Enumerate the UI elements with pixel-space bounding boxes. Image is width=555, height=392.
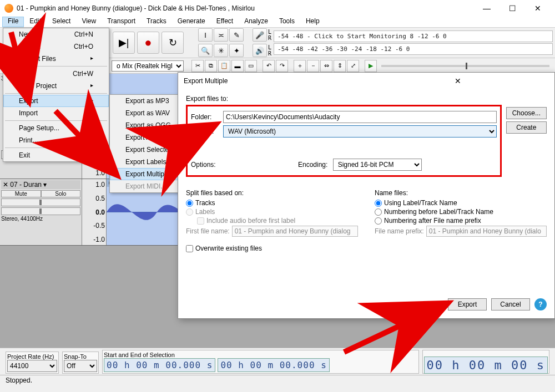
menu-file[interactable]: File [2,17,24,27]
checkbox-overwrite[interactable]: Overwrite existing files [186,245,547,252]
copy-icon[interactable]: ⧉ [205,60,217,72]
close-button[interactable]: ✕ [525,0,551,17]
snap-select[interactable]: Off [64,360,97,372]
submenu-export-mp3[interactable]: Export as MP3 [110,95,181,107]
mute-button[interactable]: Mute [1,190,41,197]
folder-label: Folder: [191,113,220,121]
menu-effect[interactable]: Effect [211,17,239,27]
selection-end[interactable]: 00 h 00 m 00.000 s [218,358,329,372]
selection-group: Start and End of Selection 00 h 00 m 00.… [102,350,419,374]
submenu-export-ogg[interactable]: Export as OGG [110,119,181,131]
project-rate-select[interactable]: 44100 [7,360,57,372]
track-vscale: 1.00.50.0-0.5-1.0 [82,179,107,245]
encoding-select[interactable]: Signed 16-bit PCM [333,159,422,171]
zoom-tool-icon[interactable]: 🔍 [198,44,213,57]
selection-start[interactable]: 00 h 00 m 00.000 s [104,358,215,372]
radio-numbering-after[interactable]: Numbering after File name prefix [375,217,547,225]
multitool-icon[interactable]: ✦ [229,44,244,57]
menu-select[interactable]: Select [47,17,76,27]
menuitem-import[interactable]: Import [3,107,109,119]
device-select[interactable]: o Mix (Realtek High De [112,60,184,72]
play-at-speed-icon[interactable]: ▶ [365,60,377,72]
fit-sel-icon[interactable]: ⇔ [320,60,332,72]
paste-icon[interactable]: 📋 [218,60,230,72]
pan-slider[interactable] [1,207,80,215]
redo-icon[interactable]: ↷ [276,60,288,72]
menu-analyze[interactable]: Analyze [239,17,274,27]
zoomin-icon[interactable]: ＋ [294,60,306,72]
dialog-title: Export Multiple [184,77,366,85]
first-filename-label: First file name: [186,227,230,235]
timeshift-tool-icon[interactable]: ✳ [214,44,228,57]
menuitem-print[interactable]: Print... [3,134,109,146]
menu-tracks[interactable]: Tracks [141,17,172,27]
cut-icon[interactable]: ✂ [191,60,204,72]
loop-button[interactable]: ↻ [162,32,184,54]
menuitem-new[interactable]: NewCtrl+N [3,28,109,40]
folder-input[interactable] [223,111,497,123]
format-label: Format: [191,128,220,135]
selection-tool-icon[interactable]: I [198,28,213,42]
menu-tools[interactable]: Tools [274,17,300,27]
radio-tracks[interactable]: Tracks [186,199,358,207]
trim-icon[interactable]: ▬ [231,60,244,72]
menuitem-recent[interactable]: Recent Files [3,53,109,65]
maximize-button[interactable]: ☐ [500,0,525,17]
options-label: Options: [191,161,220,169]
prefix-label: File name prefix: [375,227,424,235]
fit-proj-icon[interactable]: ⇕ [334,60,346,72]
minimize-button[interactable]: — [474,0,500,17]
file-menu-dropdown: NewCtrl+N Open...Ctrl+O Recent Files Clo… [3,28,109,162]
cancel-button[interactable]: Cancel [491,298,530,310]
menuitem-open[interactable]: Open...Ctrl+O [3,40,109,53]
menuitem-exit[interactable]: ExitCtrl+Q [3,149,109,161]
help-icon[interactable]: ? [534,298,547,310]
submenu-export-selected[interactable]: Export Selected A [110,144,181,156]
window-title: 01 - Pumpkin and Honey Bunny (dialogue) … [17,4,474,12]
submenu-export-midi: Export MIDI... [110,180,181,192]
dialog-titlebar[interactable]: Export Multiple ✕ [178,73,554,89]
speed-slider[interactable] [381,65,549,67]
submenu-export-multiple[interactable]: Export Multiple... [110,168,181,180]
menu-generate[interactable]: Generate [172,17,211,27]
export-button[interactable]: Export [448,298,487,310]
menuitem-page-setup[interactable]: Page Setup... [3,122,109,134]
export-files-to-label: Export files to: [186,95,547,103]
menu-help[interactable]: Help [300,17,325,27]
gain-slider[interactable] [1,198,80,206]
mic-icon[interactable]: 🎤 [253,28,267,42]
track-header[interactable]: ✕ 07 - Duran ▾ MuteSolo Stereo, 44100Hz [0,179,82,245]
silence-icon[interactable]: ▭ [245,60,257,72]
zoomout-icon[interactable]: － [307,60,319,72]
statusbar: Stopped. [0,375,555,387]
submenu-export-wav[interactable]: Export as WAV [110,107,181,119]
menuitem-save-project[interactable]: Save Project [3,80,109,92]
menu-transport[interactable]: Transport [102,17,141,27]
speaker-icon[interactable]: 🔊 [253,44,267,57]
playback-meter[interactable]: -54 -48 -42 -36 -30 -24 -18 -12 -6 0 [274,43,553,55]
radio-numbering-before[interactable]: Numbering before Label/Track Name [375,208,547,216]
menuitem-close[interactable]: CloseCtrl+W [3,68,109,80]
radio-using-label[interactable]: Using Label/Track Name [375,199,547,207]
audio-position[interactable]: 00 h 00 m 00 s [424,357,548,374]
menuitem-export[interactable]: Export [3,95,109,107]
dialog-close-icon[interactable]: ✕ [366,77,549,85]
menubar: File Edit Select View Transport Tracks G… [0,17,555,28]
submenu-export-audio[interactable]: Export Audio... [110,131,181,144]
zoom-toggle-icon[interactable]: ⤢ [347,60,359,72]
recording-meter[interactable]: -54 -48 - Click to Start Monitoring 8 -1… [274,30,553,42]
record-button[interactable]: ● [137,32,159,54]
menu-edit[interactable]: Edit [24,17,47,27]
solo-button[interactable]: Solo [41,190,81,197]
export-multiple-dialog: Export Multiple ✕ Export files to: Folde… [178,72,555,319]
format-select[interactable]: WAV (Microsoft) [223,125,497,138]
skip-end-button[interactable]: ▶| [113,32,135,54]
menu-view[interactable]: View [76,17,102,27]
undo-icon[interactable]: ↶ [263,60,275,72]
submenu-export-labels[interactable]: Export Labels... [110,156,181,168]
project-rate-group: Project Rate (Hz) 44100 [6,352,59,374]
envelope-tool-icon[interactable]: ≍ [214,28,228,42]
create-button[interactable]: Create [506,121,547,134]
choose-button[interactable]: Choose... [506,107,547,119]
draw-tool-icon[interactable]: ✎ [229,28,244,42]
